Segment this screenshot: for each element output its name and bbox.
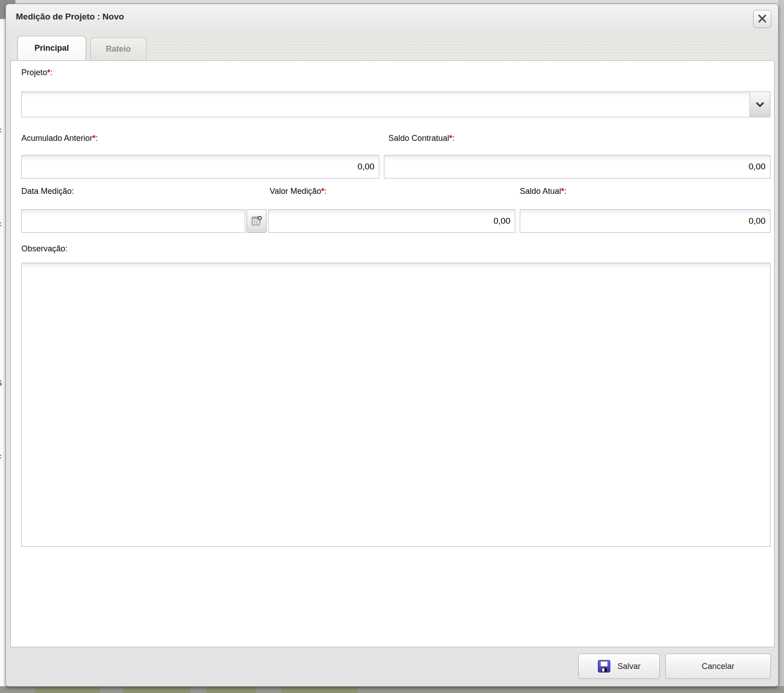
acumulado-anterior-field [21, 155, 379, 178]
dialog-medicao-projeto: Medição de Projeto : Novo Principal Rate… [5, 4, 779, 687]
saldo-contratual-label: Saldo Contratual*: [388, 134, 455, 143]
acumulado-anterior-input[interactable] [22, 155, 379, 178]
saldo-atual-input[interactable] [520, 210, 770, 232]
save-button[interactable]: Salvar [578, 654, 660, 679]
required-asterisk: * [47, 68, 50, 77]
cancel-button[interactable]: Cancelar [665, 654, 771, 679]
observacao-textarea[interactable] [21, 263, 770, 547]
page-right-strip [778, 0, 784, 693]
projeto-combobox [21, 91, 770, 117]
toolbar-fragment [206, 686, 256, 693]
toolbar-fragment [281, 686, 358, 693]
saldo-contratual-field [384, 155, 770, 178]
saldo-atual-field [520, 209, 770, 233]
save-disk-icon [597, 659, 611, 673]
required-asterisk: * [321, 187, 324, 196]
screen: r F F S F Medição de Projeto : Novo [0, 0, 784, 693]
projeto-label: Projeto*: [21, 68, 53, 77]
projeto-trigger-button[interactable] [750, 92, 770, 117]
tab-bar: Principal Rateio [10, 29, 774, 60]
saldo-atual-label: Saldo Atual*: [520, 187, 566, 196]
toolbar-fragment [123, 686, 190, 693]
toolbar-fragment [35, 686, 100, 693]
valor-medicao-input[interactable] [269, 210, 515, 232]
dialog-titlebar: Medição de Projeto : Novo [6, 4, 778, 29]
page-bottom-strip [0, 686, 784, 693]
valor-medicao-field [268, 209, 515, 233]
acumulado-anterior-label: Acumulado Anterior*: [21, 134, 98, 143]
data-medicao-field [21, 209, 266, 233]
cancel-button-label: Cancelar [702, 662, 734, 671]
observacao-label: Observação: [21, 244, 68, 254]
valor-medicao-label: Valor Medição*: [270, 187, 327, 196]
left-edge-letter: F [0, 127, 2, 137]
left-edge-letter: S [0, 378, 2, 388]
close-icon [756, 13, 768, 24]
tab-principal[interactable]: Principal [17, 36, 86, 60]
left-edge-letter: F [0, 453, 2, 463]
dialog-body: Projeto*: Acumulado Anterior*: Saldo Con… [10, 60, 774, 647]
data-medicao-trigger-button[interactable] [247, 209, 266, 233]
saldo-contratual-input[interactable] [384, 155, 770, 178]
chevron-down-icon [755, 99, 765, 110]
tab-rateio[interactable]: Rateio [90, 38, 146, 60]
left-edge-letter: F [0, 221, 2, 231]
data-medicao-label: Data Medição: [21, 187, 74, 196]
save-button-label: Salvar [617, 662, 640, 671]
dialog-title: Medição de Projeto : Novo [16, 4, 124, 29]
calendar-icon [251, 215, 262, 227]
projeto-input[interactable] [22, 92, 750, 117]
data-medicao-input[interactable] [22, 210, 245, 232]
close-button[interactable] [753, 10, 771, 28]
